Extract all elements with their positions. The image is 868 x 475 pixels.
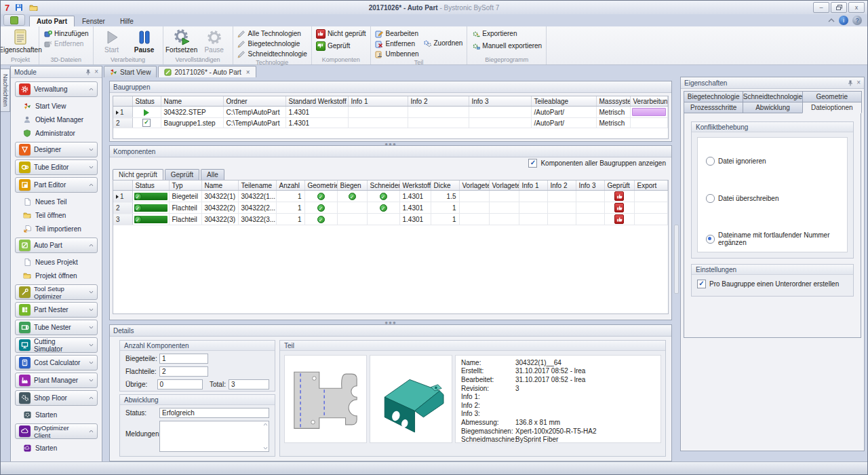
abwicklung-status-field[interactable]: Erfolgreich: [159, 408, 269, 418]
exportieren-button[interactable]: Exportieren: [470, 29, 543, 38]
module-item-byoptimizer-starten[interactable]: Starten: [11, 441, 102, 455]
flat-pattern-drawing: [288, 358, 363, 440]
module-section-cutting-simulator[interactable]: Cutting Simulator: [15, 337, 98, 353]
total-field[interactable]: 3: [229, 379, 269, 390]
minimize-button[interactable]: –: [813, 2, 829, 13]
module-item-teil-importieren[interactable]: Teil importieren: [11, 222, 102, 235]
tab-hilfe[interactable]: Hilfe: [113, 16, 141, 26]
restore-button[interactable]: [831, 2, 847, 13]
module-section-verwaltung[interactable]: Verwaltung: [15, 81, 98, 97]
module-list: Verwaltung Start View Objekt Manager Adm…: [11, 78, 102, 463]
tab-fenster[interactable]: Fenster: [75, 16, 113, 26]
umbennen-button[interactable]: Umbennen: [374, 50, 420, 58]
baugruppen-row-1[interactable]: 1 304322.STEP C:\Temp\AutoPart 1.4301 /A…: [113, 107, 668, 118]
tab-geprueft[interactable]: Geprüft: [165, 169, 199, 180]
pin-icon[interactable]: [848, 80, 853, 86]
radio-datei-ueberschreiben[interactable]: Datei überschreiben: [706, 194, 779, 203]
module-section-tube-editor[interactable]: Tube Editor: [15, 159, 98, 175]
radio-dateiname-ergaenzen[interactable]: Dateiname mit fortlaufender Nummer ergän…: [706, 231, 847, 246]
tab-biegetechnologie[interactable]: Biegetechnologie: [684, 91, 743, 102]
tab-start-view[interactable]: Start View: [104, 66, 157, 77]
module-item-start-view[interactable]: Start View: [11, 99, 102, 113]
komponenten-table[interactable]: StatusTyp NameTeilename AnzahlGeometrie …: [113, 180, 668, 225]
module-section-byoptimizer-client[interactable]: ByOptimizer Client: [15, 423, 98, 439]
hinzufuegen-button[interactable]: Hinzufügen: [42, 29, 90, 38]
meldungen-field[interactable]: [159, 421, 269, 452]
pause-vervollstaendigen-button[interactable]: Pause: [199, 28, 230, 54]
start-button[interactable]: Start: [96, 28, 127, 54]
entfernen-3d-button[interactable]: Entfernen: [42, 39, 90, 48]
baugruppen-row-2[interactable]: 2 ✓ Baugruppe1.step C:\Temp\AutoPart 1.4…: [113, 118, 668, 128]
baugruppen-table[interactable]: StatusName OrdnerStandard Werkstoff Info…: [113, 96, 668, 128]
tab-auto-part[interactable]: Auto Part: [29, 16, 75, 26]
komponenten-row-3[interactable]: 3 ✓ Flachteil 304322(3) 304322(3... 1 ✓ …: [113, 214, 668, 225]
info-icon[interactable]: i: [839, 16, 848, 25]
tab-abwicklung[interactable]: Abwicklung: [743, 102, 802, 113]
tab-geometrie[interactable]: Geometrie: [802, 91, 862, 102]
module-item-administrator[interactable]: Administrator: [11, 126, 102, 140]
radio-datei-ignorieren[interactable]: Datei ignorieren: [706, 157, 766, 166]
module-section-plant-manager[interactable]: Plant Manager: [15, 373, 98, 388]
cloud-icon: [19, 425, 31, 437]
biegeteile-field[interactable]: 1: [159, 354, 208, 364]
tab-prozessschritte[interactable]: Prozessschritte: [684, 102, 743, 113]
open-button[interactable]: [28, 3, 39, 12]
scroll-down-icon[interactable]: [263, 446, 268, 450]
chevron-up-icon: [89, 244, 94, 247]
close-tab-icon[interactable]: ×: [246, 69, 250, 76]
tab-alle[interactable]: Alle: [201, 169, 224, 180]
save-button[interactable]: [14, 3, 24, 12]
flachteile-field[interactable]: 2: [159, 366, 208, 377]
vertical-splitter[interactable]: [674, 225, 679, 294]
entfernen-teil-button[interactable]: Entfernen: [374, 39, 420, 48]
module-section-shop-floor[interactable]: Shop Floor: [15, 390, 98, 406]
nicht-geprueft-button[interactable]: Nicht geprüft: [315, 29, 368, 38]
zuordnen-button[interactable]: Zuordnen: [422, 39, 465, 48]
module-item-neues-teil[interactable]: Neues Teil: [11, 195, 102, 208]
tab-autopart-document[interactable]: 20171026* - Auto Part ×: [158, 66, 256, 77]
current-row-arrow: [116, 195, 119, 199]
unterordner-checkbox[interactable]: ✓ Pro Baugruppe einen Unterordner erstel…: [697, 280, 848, 288]
manuell-exportieren-button[interactable]: Manuell exportieren: [470, 41, 543, 50]
module-item-teil-oeffnen[interactable]: Teil öffnen: [11, 208, 102, 222]
tab-schneidtechnologie[interactable]: Schneidtechnologie: [743, 91, 802, 102]
tab-dateioptionen[interactable]: Dateioptionen: [802, 102, 862, 113]
module-section-tool-setup-optimizer[interactable]: Tool Setup Optimizer: [15, 284, 98, 300]
flat-pattern-preview[interactable]: [284, 355, 367, 443]
komponenten-row-1[interactable]: 1 ✓ Biegeteil 304322(1) 304322(1... 1 ✓ …: [113, 191, 668, 202]
show-all-checkbox[interactable]: ✓ Komponenten aller Baugruppen anzeigen: [528, 159, 666, 168]
bearbeiten-button[interactable]: Bearbeiten: [374, 29, 420, 38]
application-menu-button[interactable]: [3, 14, 25, 26]
part-3d-preview[interactable]: [370, 355, 452, 443]
help-icon[interactable]: ?: [852, 16, 862, 25]
module-section-tube-nester[interactable]: Tube Nester: [15, 320, 98, 335]
close-panel-icon[interactable]: ×: [94, 69, 98, 75]
geprueft-button[interactable]: Geprüft: [315, 41, 368, 50]
collapse-ribbon-icon[interactable]: [828, 18, 835, 23]
module-item-neues-projekt[interactable]: Neues Projekt: [11, 255, 102, 269]
module-section-designer[interactable]: Designer: [15, 142, 98, 157]
biegetechnologie-button[interactable]: Biegetechnologie: [236, 39, 309, 48]
uebrige-field[interactable]: 0: [157, 379, 203, 390]
nachrichten-tab[interactable]: Nachrichten: [1, 69, 10, 112]
teil-erstellt-value: 31.10.2017 08:52 - lrea: [515, 367, 585, 375]
scroll-up-icon[interactable]: [263, 423, 268, 426]
pause-button[interactable]: Pause: [129, 28, 160, 54]
eigenschaften-button[interactable]: Eigenschaften: [5, 28, 36, 54]
module-section-cost-calculator[interactable]: Cost Calculator: [15, 355, 98, 370]
komponenten-row-2[interactable]: 2 ✓ Flachteil 304322(2) 304322(2... 1 ✓ …: [113, 202, 668, 214]
module-section-part-nester[interactable]: Part Nester: [15, 302, 98, 318]
module-item-projekt-oeffnen[interactable]: Projekt öffnen: [11, 269, 102, 282]
module-section-part-editor[interactable]: Part Editor: [15, 177, 98, 193]
close-panel-icon[interactable]: ×: [856, 79, 861, 86]
tab-nicht-geprueft[interactable]: Nicht geprüft: [113, 169, 163, 180]
pin-icon[interactable]: [85, 69, 91, 75]
module-section-auto-part[interactable]: Auto Part: [15, 238, 98, 253]
module-item-shopfloor-starten[interactable]: Starten: [11, 408, 102, 421]
alle-technologien-button[interactable]: Alle Technologien: [236, 29, 309, 38]
module-item-objekt-manager[interactable]: Objekt Manager: [11, 113, 102, 126]
close-button[interactable]: x: [848, 2, 865, 13]
group-label-vervollstaendigen: Vervollständigen: [166, 56, 230, 64]
fortsetzen-button[interactable]: Fortsetzen: [166, 28, 197, 54]
schneidtechnologie-button[interactable]: Schneidtechnologie: [236, 50, 309, 58]
